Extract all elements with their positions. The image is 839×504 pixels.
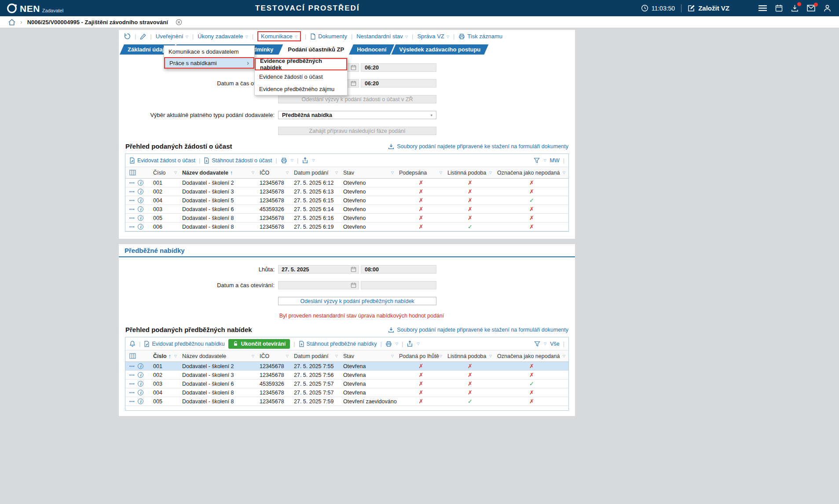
history-icon[interactable] (124, 33, 131, 40)
row-actions-icon[interactable]: ••• (129, 399, 135, 404)
files-download-link[interactable]: Soubory podání najdete připravené ke sta… (388, 143, 568, 150)
column-cislo[interactable]: Číslo▽ (151, 167, 180, 178)
menu-item-prace-s-nabidkami[interactable]: Práce s nabídkami › (164, 57, 254, 69)
chevron-down-icon[interactable]: ▽ (396, 342, 398, 346)
toolbar-item-ukony-zadavatele[interactable]: Úkony zadavatele ▽ (198, 33, 248, 40)
toolbar-item-tisk-zaznamu[interactable]: Tisk záznamu (458, 33, 502, 40)
calendar-icon[interactable] (351, 65, 356, 70)
table-row[interactable]: ••• i 002 Dodavatel - školení 3 12345678… (125, 187, 568, 196)
row-actions-icon[interactable]: ••• (129, 225, 135, 229)
typ-podani-select[interactable]: Předběžná nabídka ▾ (278, 111, 436, 119)
filter-preset-link[interactable]: MW (550, 157, 560, 164)
filter-chevron-icon[interactable]: ▽ (335, 354, 338, 358)
close-record-icon[interactable] (176, 19, 182, 26)
chevron-down-icon[interactable]: ▽ (291, 158, 293, 162)
print-table-icon[interactable] (281, 157, 287, 164)
column-datum-podani[interactable]: Datum podání▽ (292, 167, 341, 178)
stahnout-zadosti-button[interactable]: Stáhnout žádosti o účast (204, 157, 272, 164)
row-actions-icon[interactable]: ••• (129, 198, 135, 203)
tab-hodnoceni[interactable]: Hodnocení (349, 44, 394, 55)
column-oznacena-nepodana[interactable]: Označena jako nepodaná▽ (495, 351, 568, 362)
row-actions-icon[interactable]: ••• (129, 373, 135, 377)
odeslani-vyzvy-zadosti-button[interactable]: Odeslání výzvy k podání žádosti o účast … (278, 95, 436, 103)
calendar-icon[interactable] (351, 80, 356, 86)
column-ico[interactable]: IČO▽ (257, 167, 292, 178)
otevirani-time-input[interactable]: 06:20 (361, 79, 436, 88)
table-row[interactable]: ••• i 005 Dodavatel - školení 8 12345678… (125, 397, 568, 406)
breadcrumb-record[interactable]: N006/25/V00004995 - Zajištění závodního … (27, 19, 168, 26)
filter-chevron-icon[interactable]: ▽ (335, 171, 338, 175)
column-settings-icon[interactable] (129, 353, 136, 359)
column-nazev-dodavatele[interactable]: Název dodavatele▽ (180, 351, 257, 362)
row-actions-icon[interactable]: ••• (129, 190, 135, 194)
submenu-item-evidence-predbeznych-nabidek[interactable]: Evidence předběžných nabídek (255, 58, 347, 70)
column-ico[interactable]: IČO▽ (257, 351, 292, 362)
filter-preset-link[interactable]: Vše (550, 341, 560, 347)
nen-home-link[interactable]: NEN Zadavatel (6, 3, 63, 14)
filter-chevron-icon[interactable]: ▽ (489, 171, 492, 175)
download-topbar-icon[interactable] (791, 4, 799, 12)
toolbar-item-sprava-vz[interactable]: Správa VZ ▽ (417, 33, 449, 40)
info-icon[interactable]: i (138, 390, 143, 395)
filter-chevron-icon[interactable]: ▽ (391, 171, 394, 175)
filter-chevron-icon[interactable]: ▽ (440, 171, 442, 175)
info-icon[interactable]: i (138, 206, 143, 212)
filter-chevron-icon[interactable]: ▽ (563, 171, 565, 175)
info-icon[interactable]: i (138, 372, 143, 378)
table-row[interactable]: ••• i 002 Dodavatel - školení 3 12345678… (125, 371, 568, 380)
info-icon[interactable]: i (138, 189, 143, 194)
column-podepsana[interactable]: Podepsána▽ (397, 167, 445, 178)
submenu-item-evidence-predbezneho-zajmu[interactable]: Evidence předběžného zájmu (255, 83, 347, 95)
export-icon[interactable] (407, 340, 413, 347)
table-row[interactable]: ••• i 004 Dodavatel - školení 5 12345678… (125, 196, 568, 205)
column-listinna-podoba[interactable]: Listinná podoba▽ (445, 167, 495, 178)
user-icon[interactable] (824, 4, 831, 12)
filter-chevron-icon[interactable]: ▽ (174, 354, 177, 358)
filter-chevron-icon[interactable]: ▽ (252, 354, 254, 358)
lhuta-time-input[interactable]: 08:00 (361, 265, 436, 274)
filter-chevron-icon[interactable]: ▽ (252, 171, 254, 175)
filter-chevron-icon[interactable]: ▽ (489, 354, 492, 358)
home-icon[interactable] (8, 19, 15, 26)
filter-chevron-icon[interactable]: ▽ (391, 354, 394, 358)
table-row[interactable]: ••• i 001 Dodavatel - školení 2 12345678… (125, 179, 568, 187)
column-nazev-dodavatele[interactable]: Název dodavatele↑▽ (180, 167, 257, 178)
column-podana-po-lhute[interactable]: Podaná po lhůtě▽ (397, 351, 445, 362)
filter-funnel-icon[interactable] (534, 341, 540, 347)
filter-chevron-icon[interactable]: ▽ (563, 354, 565, 358)
edit-record-icon[interactable] (140, 33, 146, 40)
table-row[interactable]: ••• i 003 Dodavatel - školení 6 45359326… (125, 205, 568, 214)
column-stav[interactable]: Stav▽ (341, 167, 397, 178)
filter-chevron-icon[interactable]: ▽ (174, 171, 177, 175)
info-icon[interactable]: i (138, 224, 143, 230)
files-download-link[interactable]: Soubory podání najdete připravené ke sta… (388, 327, 568, 333)
filter-chevron-icon[interactable]: ▽ (286, 354, 289, 358)
info-icon[interactable]: i (138, 398, 143, 404)
tab-podani-ucastniku-zp[interactable]: Podání účastníků ZP (280, 44, 352, 55)
stahnout-nabidky-button[interactable]: Stáhnout předběžné nabídky (299, 341, 377, 347)
chevron-down-icon[interactable]: ▽ (417, 342, 419, 346)
calendar-icon[interactable] (351, 267, 356, 272)
tab-vysledek-zadavaciho-postupu[interactable]: Výsledek zadávacího postupu (391, 44, 488, 55)
zahajit-fazi-button[interactable]: Zahájit přípravu následující fáze podání (278, 127, 436, 135)
export-icon[interactable] (302, 157, 308, 164)
evidovat-nabidku-button[interactable]: Evidovat předběžnou nabídku (144, 341, 224, 347)
evidovat-zadost-button[interactable]: Evidovat žádost o účast (129, 157, 195, 164)
info-icon[interactable]: i (138, 215, 143, 221)
ukoncit-otevirani-button[interactable]: Ukončit otevírání (228, 339, 290, 349)
chevron-down-icon[interactable]: ▽ (312, 158, 315, 162)
lhuta-date-input[interactable]: 27. 5. 2025 (278, 265, 359, 274)
info-icon[interactable]: i (138, 180, 143, 186)
info-icon[interactable]: i (138, 197, 143, 203)
lhuta-time-input[interactable]: 06:20 (361, 63, 436, 72)
bell-icon[interactable] (129, 340, 136, 347)
row-actions-icon[interactable]: ••• (129, 216, 135, 220)
toolbar-item-nestandardni-stav[interactable]: Nestandardní stav ▽ (356, 33, 408, 40)
table-row[interactable]: ••• i 003 Dodavatel - školení 6 45359326… (125, 380, 568, 388)
calendar-topbar-icon[interactable] (775, 4, 783, 12)
toolbar-item-uverejneni[interactable]: Uveřejnění ▽ (156, 33, 188, 40)
mail-icon[interactable] (807, 5, 815, 11)
menu-hamburger-icon[interactable] (758, 5, 767, 11)
filter-chevron-icon[interactable]: ▽ (286, 171, 289, 175)
odeslani-vyzvy-nabidky-button[interactable]: Odeslání výzvy k podání předběžných nabí… (278, 297, 436, 305)
